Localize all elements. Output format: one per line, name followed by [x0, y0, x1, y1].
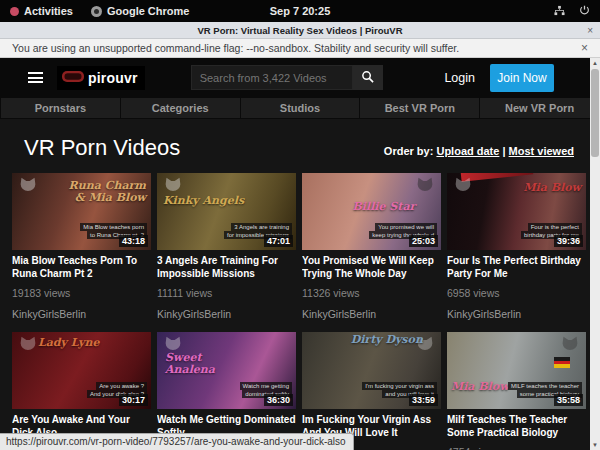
video-views: 11326 views [302, 287, 441, 299]
video-studio-link[interactable]: KinkyGirlsBerlin [12, 308, 151, 320]
duration-badge: 30:17 [119, 394, 148, 406]
video-views: 6958 views [447, 287, 586, 299]
duration-badge: 39:36 [554, 235, 583, 247]
order-by: Order by: Upload date | Most viewed [384, 145, 574, 157]
video-card: Mia Blow MILF teaches the teacher some p… [447, 332, 586, 450]
nav-item-best-vr-porn[interactable]: Best VR Porn [360, 98, 479, 118]
video-grid: Runa Charm & Mia Blow Mia Blow teaches p… [0, 173, 600, 450]
duration-badge: 35:58 [554, 394, 583, 406]
menu-icon[interactable] [28, 72, 43, 83]
scroll-down-icon[interactable]: ▼ [592, 440, 598, 450]
video-views: 11111 views [157, 287, 296, 299]
thumbnail-model-name: Runa Charm & Mia Blow [60, 180, 146, 203]
cat-logo-icon [453, 177, 473, 199]
nav-item-studios[interactable]: Studios [241, 98, 360, 118]
site-logo-text: pirouvr [88, 70, 138, 86]
cat-logo-icon [560, 336, 580, 358]
video-title[interactable]: You Promised We Will Keep Trying The Who… [302, 255, 441, 280]
search-bar [191, 65, 383, 90]
duration-badge: 33:59 [409, 394, 438, 406]
main-nav: Pornstars Categories Studios Best VR Por… [0, 97, 600, 119]
video-card: Kinky Angels 3 Angels are training for i… [157, 173, 296, 320]
scroll-up-icon[interactable]: ▲ [592, 58, 598, 68]
activities-icon [10, 7, 19, 16]
video-views: 19183 views [12, 287, 151, 299]
order-by-separator: | [502, 145, 505, 157]
video-thumbnail[interactable]: Runa Charm & Mia Blow Mia Blow teaches p… [12, 173, 151, 250]
site-header: pirouvr Login Join Now [0, 58, 600, 97]
video-thumbnail[interactable]: Billie Star You promised we will keep tr… [302, 173, 441, 250]
activities-button[interactable]: Activities [10, 5, 73, 17]
order-by-upload-date-link[interactable]: Upload date [436, 145, 499, 157]
video-thumbnail[interactable]: Lady Lyne Are you awake ? And your dick … [12, 332, 151, 409]
video-thumbnail[interactable]: Sweet Analena Watch me getting dominated… [157, 332, 296, 409]
order-by-most-viewed-link[interactable]: Most viewed [509, 145, 574, 157]
status-url-bar: https://pirouvr.com/vr-porn-video/779325… [0, 433, 354, 450]
desktop-screen: Activities Google Chrome Sep 7 20:25 VR … [0, 0, 600, 450]
chrome-label: Google Chrome [107, 5, 190, 17]
cat-logo-icon [18, 336, 38, 358]
cat-logo-icon [18, 177, 38, 199]
video-thumbnail[interactable]: Mia Blow Four is the perfect birthday pa… [447, 173, 586, 250]
network-icon[interactable] [554, 5, 565, 18]
thumbnail-model-name: Mia Blow [495, 182, 581, 194]
video-thumbnail[interactable]: Mia Blow MILF teaches the teacher some p… [447, 332, 586, 409]
thumbnail-model-name: Billie Star [341, 201, 427, 213]
system-clock[interactable]: Sep 7 20:25 [270, 5, 331, 17]
scrollbar[interactable]: ▲ ▼ [590, 58, 600, 450]
join-now-button[interactable]: Join Now [490, 64, 554, 92]
video-card: Billie Star You promised we will keep tr… [302, 173, 441, 320]
video-studio-link[interactable]: KinkyGirlsBerlin [302, 308, 441, 320]
video-title[interactable]: Four Is The Perfect Birthday Party For M… [447, 255, 586, 280]
thumbnail-model-name: Lady Lyne [38, 337, 124, 349]
login-link[interactable]: Login [444, 71, 475, 85]
duration-badge: 43:18 [119, 235, 148, 247]
system-bar: Activities Google Chrome Sep 7 20:25 [0, 0, 600, 22]
thumbnail-model-name: Dirty Dyson [344, 334, 430, 346]
page-title: VR Porn Videos [24, 135, 180, 161]
thumbnail-caption: You promised we will [375, 223, 437, 231]
warning-message: You are using an unsupported command-lin… [12, 42, 459, 54]
vr-headset-icon [61, 69, 85, 87]
thumbnail-model-name: Kinky Angels [163, 195, 249, 207]
thumbnail-caption: Watch me getting [240, 382, 292, 390]
video-studio-link[interactable]: KinkyGirlsBerlin [447, 308, 586, 320]
tab-close-icon[interactable]: × [587, 25, 593, 36]
thumbnail-caption: 3 Angels are training [231, 223, 292, 231]
duration-badge: 36:30 [264, 394, 293, 406]
site-logo[interactable]: pirouvr [57, 66, 145, 90]
duration-badge: 47:01 [264, 235, 293, 247]
thumbnail-caption: I'm fucking your virgin ass [362, 382, 437, 390]
thumbnail-model-name: Sweet Analena [165, 352, 251, 375]
nav-item-pornstars[interactable]: Pornstars [1, 98, 120, 118]
magnifier-icon [361, 70, 374, 86]
nav-item-new-vr-porn[interactable]: New VR Porn [480, 98, 599, 118]
warning-bar: You are using an unsupported command-lin… [0, 39, 600, 58]
browser-viewport: pirouvr Login Join Now Pornstars Categor… [0, 58, 600, 450]
scrollbar-thumb[interactable] [591, 69, 599, 157]
warning-close-icon[interactable]: × [581, 41, 588, 55]
chrome-taskbar-item[interactable]: Google Chrome [91, 5, 190, 17]
video-title[interactable]: Milf Teaches The Teacher Some Practical … [447, 414, 586, 439]
thumbnail-caption: Are you awake ? [96, 382, 147, 390]
search-input[interactable] [191, 65, 353, 90]
activities-label: Activities [24, 5, 73, 17]
nav-item-categories[interactable]: Categories [121, 98, 240, 118]
video-thumbnail[interactable]: Dirty Dyson I'm fucking your virgin ass … [302, 332, 441, 409]
video-thumbnail[interactable]: Kinky Angels 3 Angels are training for i… [157, 173, 296, 250]
video-title[interactable]: 3 Angels Are Training For Impossible Mis… [157, 255, 296, 280]
page-heading-row: VR Porn Videos Order by: Upload date | M… [0, 119, 600, 173]
video-card: Runa Charm & Mia Blow Mia Blow teaches p… [12, 173, 151, 320]
tab-title[interactable]: VR Porn: Virtual Reality Sex Videos | Pi… [197, 25, 402, 36]
chrome-icon [91, 6, 102, 17]
thumbnail-caption: Four is the perfect [528, 223, 582, 231]
cat-logo-icon [415, 177, 435, 199]
thumbnail-caption: Mia Blow teaches porn [80, 223, 147, 231]
video-views: 4754 views [447, 446, 586, 450]
duration-badge: 25:03 [409, 235, 438, 247]
video-title[interactable]: Mia Blow Teaches Porn To Runa Charm Pt 2 [12, 255, 151, 280]
power-icon[interactable] [579, 5, 590, 18]
video-studio-link[interactable]: KinkyGirlsBerlin [157, 308, 296, 320]
browser-tab-strip: VR Porn: Virtual Reality Sex Videos | Pi… [0, 22, 600, 39]
search-button[interactable] [353, 65, 383, 90]
